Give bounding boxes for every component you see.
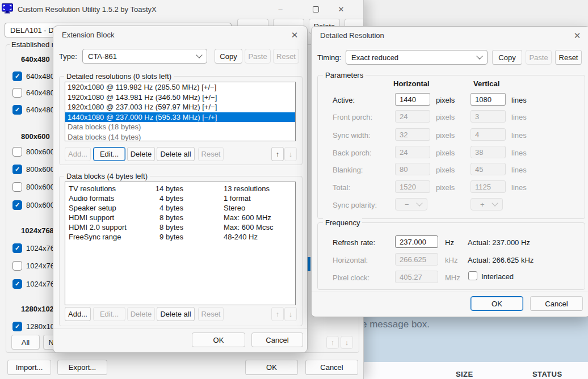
- resolution-checkbox[interactable]: ✓: [12, 105, 22, 115]
- data-block-row[interactable]: TV resolutions 14 bytes 13 resolutions: [65, 184, 295, 193]
- resolution-checkbox[interactable]: ✓: [12, 182, 22, 192]
- delete-button[interactable]: Delete: [127, 147, 155, 161]
- detailed-resolutions-list[interactable]: 1920x1080 @ 119.982 Hz (285.50 MHz) [+/−…: [65, 82, 296, 141]
- data-block-row[interactable]: HDMI 2.0 support 8 bytes Max: 600 Mcsc: [65, 222, 295, 232]
- resolution-checkbox[interactable]: ✓: [12, 147, 22, 157]
- resolution-checkbox[interactable]: ✓: [12, 88, 22, 98]
- main-cancel-button[interactable]: Cancel: [305, 360, 358, 375]
- param-label: Total:: [333, 183, 350, 192]
- data-block-size: 4 bytes: [149, 193, 183, 203]
- param-label: Sync width:: [333, 131, 370, 140]
- timing-select[interactable]: Exact reduced: [346, 50, 488, 65]
- sync-polarity-h-value: −: [405, 200, 409, 209]
- chevron-down-icon: [416, 200, 422, 206]
- data-block-row[interactable]: HDMI support 8 bytes Max: 600 MHz: [65, 213, 295, 222]
- resolution-checkbox[interactable]: ✓: [12, 279, 22, 289]
- close-button[interactable]: ✕: [334, 4, 348, 14]
- param-unit: pixels: [436, 113, 455, 121]
- horizontal-column-header: Horizontal: [393, 79, 430, 88]
- data-block-info: Stereo: [224, 203, 245, 213]
- move-up-button[interactable]: ↑: [271, 147, 284, 161]
- resolution-checkbox[interactable]: ✓: [12, 71, 22, 81]
- type-label: Type:: [59, 52, 77, 61]
- delete-all-button[interactable]: Delete all: [157, 147, 195, 161]
- chevron-down-icon: [196, 52, 202, 58]
- resolution-section-header: 640x480: [21, 55, 50, 64]
- all-button[interactable]: All: [11, 335, 40, 349]
- total-h-field: 1520: [395, 180, 430, 193]
- list-item[interactable]: 1920x1080 @ 119.982 Hz (285.50 MHz) [+/−…: [65, 82, 295, 92]
- edit-button: Edit...: [93, 307, 125, 321]
- list-item[interactable]: 1920x1080 @ 143.981 Hz (346.50 MHz) [+/−…: [65, 92, 295, 103]
- resolution-section-header: 1024x768: [21, 226, 54, 235]
- active-h-field[interactable]: 1440: [395, 93, 430, 106]
- param-unit: lines: [511, 166, 527, 174]
- move-down-button: ↓: [284, 307, 297, 321]
- check-icon: ✓: [15, 202, 20, 208]
- move-up-button: ↑: [326, 336, 339, 349]
- data-block-name: Audio formats: [69, 193, 114, 203]
- total-v-field: 1125: [471, 180, 506, 193]
- resolution-checkbox[interactable]: ✓: [12, 243, 22, 253]
- edit-button[interactable]: Edit...: [93, 147, 125, 161]
- chevron-down-icon: [476, 53, 482, 59]
- freq-label: Horizontal:: [333, 256, 368, 264]
- ok-button[interactable]: OK: [192, 332, 245, 347]
- list-item[interactable]: 1920x1080 @ 237.003 Hz (597.97 MHz) [+/−…: [65, 102, 295, 112]
- refresh-rate-field[interactable]: 237.000: [395, 235, 438, 248]
- param-label: Front porch:: [333, 113, 372, 121]
- close-icon[interactable]: ✕: [573, 31, 582, 40]
- table-header-size: SIZE: [456, 370, 473, 378]
- add-button[interactable]: Add...: [65, 307, 91, 321]
- reset-button[interactable]: Reset: [555, 50, 582, 65]
- footer-divider: [53, 329, 307, 329]
- type-select[interactable]: CTA-861: [82, 49, 207, 64]
- resolution-row: ✓ 800x600: [12, 147, 54, 157]
- minimize-button[interactable]: –: [274, 4, 287, 14]
- cancel-button[interactable]: Cancel: [251, 332, 303, 347]
- list-item-selected[interactable]: 1440x1080 @ 237.000 Hz (595.33 MHz) [−/+…: [65, 112, 295, 123]
- front-porch-v-field: 3: [471, 110, 506, 123]
- resolution-checkbox[interactable]: ✓: [12, 200, 22, 210]
- move-down-button: ↓: [341, 336, 353, 349]
- active-v-field[interactable]: 1080: [471, 93, 506, 106]
- dialog-title: Extension Block: [62, 31, 115, 39]
- check-icon: ✓: [15, 73, 20, 79]
- resolution-checkbox[interactable]: ✓: [12, 165, 22, 174]
- resolution-row: ✓ 800x600: [12, 200, 54, 210]
- resolution-label: 800x600: [26, 148, 54, 156]
- page-partial-text: e message box.: [362, 319, 430, 330]
- data-block-row[interactable]: Audio formats 4 bytes 1 format: [65, 193, 295, 203]
- maximize-button[interactable]: [309, 4, 322, 14]
- resolution-label: 800x600: [26, 165, 54, 174]
- freq-unit: Hz: [445, 238, 454, 247]
- copy-button[interactable]: Copy: [492, 50, 522, 65]
- paste-button: Paste: [526, 50, 552, 65]
- data-blocks-list[interactable]: TV resolutions 14 bytes 13 resolutions A…: [65, 182, 296, 305]
- freq-label: Refresh rate:: [333, 238, 375, 247]
- resolution-row: ✓ 640x480: [12, 71, 54, 81]
- delete-all-button[interactable]: Delete all: [157, 307, 195, 321]
- frequency-group-label: Frequency: [323, 218, 362, 227]
- copy-button[interactable]: Copy: [215, 49, 242, 64]
- export-button[interactable]: Export...: [57, 360, 107, 375]
- ok-button[interactable]: OK: [471, 296, 523, 311]
- data-blocks-group-label: Data blocks (4 bytes left): [64, 172, 150, 180]
- close-icon[interactable]: ✕: [290, 31, 299, 39]
- move-up-button: ↑: [271, 307, 284, 321]
- main-ok-button[interactable]: OK: [245, 360, 298, 375]
- data-block-name: HDMI support: [69, 213, 114, 222]
- data-block-info: 48-240 Hz: [224, 232, 258, 242]
- param-unit: lines: [511, 131, 527, 140]
- cancel-button[interactable]: Cancel: [530, 296, 583, 311]
- data-block-row[interactable]: Speaker setup 4 bytes Stereo: [65, 203, 295, 213]
- resolution-row: ✓ 800x600: [12, 182, 54, 192]
- freq-unit: kHz: [445, 256, 457, 264]
- data-block-row[interactable]: FreeSync range 9 bytes 48-240 Hz: [65, 232, 295, 242]
- front-porch-h-field: 24: [395, 110, 430, 123]
- import-button[interactable]: Import...: [7, 360, 51, 375]
- interlaced-checkbox[interactable]: ✓: [468, 271, 477, 280]
- resolution-checkbox[interactable]: ✓: [12, 261, 22, 271]
- resolution-checkbox[interactable]: ✓: [12, 322, 22, 331]
- param-unit: pixels: [436, 183, 455, 192]
